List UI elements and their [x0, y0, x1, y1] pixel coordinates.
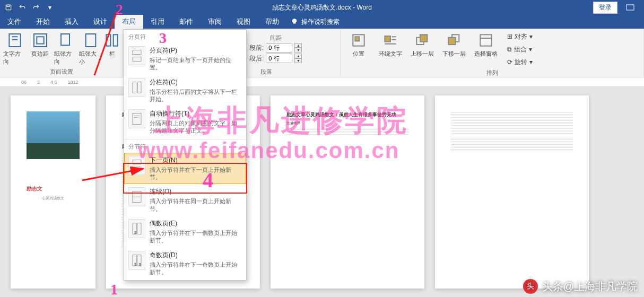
dd-item-page-break[interactable]: 分页符(P)标记一页结束与下一页开始的位置。 [124, 43, 246, 75]
dd-item-text-wrapping[interactable]: 自动换行符(T)分隔网页上的对象周围的文字，如分隔题注文字与正文。 [124, 106, 246, 138]
credit-logo-icon: 头 [523, 279, 538, 294]
svg-rect-8 [106, 34, 110, 46]
spacing-after-input[interactable] [266, 54, 292, 63]
svg-rect-5 [37, 37, 43, 43]
dd-item-column-break[interactable]: 分栏符(C)指示分栏符后面的文字将从下一栏开始。 [124, 75, 246, 107]
breaks-dropdown-menu: 分页符 分页符(P)标记一页结束与下一页开始的位置。 分栏符(C)指示分栏符后面… [124, 29, 247, 281]
annotation-3: 3 [159, 30, 167, 47]
tab-review[interactable]: 审阅 [201, 15, 229, 29]
tell-me-search[interactable]: 操作说明搜索 [291, 15, 340, 29]
tell-me-placeholder: 操作说明搜索 [301, 18, 340, 27]
svg-rect-16 [420, 34, 427, 41]
svg-rect-6 [61, 34, 69, 45]
page1-title: 励志文 [27, 185, 80, 193]
svg-text:2: 2 [134, 231, 136, 234]
svg-rect-24 [133, 113, 141, 125]
text-wrap-break-icon [128, 109, 145, 128]
svg-rect-2 [626, 5, 634, 10]
svg-rect-22 [133, 82, 136, 93]
document-title: 励志文章心灵鸡汤散文.docx - Word [272, 3, 372, 12]
even-page-icon: 2 [128, 219, 145, 238]
svg-rect-25 [133, 160, 141, 164]
columns-button[interactable]: 栏 [105, 31, 119, 58]
annotation-2: 2 [116, 1, 123, 18]
undo-button[interactable] [16, 1, 29, 14]
tab-help[interactable]: 帮助 [258, 15, 286, 29]
group-page-setup: 文字方向 页边距 纸张方向 纸张大小 栏 页面设置 [0, 29, 123, 77]
text-direction-button[interactable]: 文字方向 [3, 31, 27, 66]
page-break-icon [128, 46, 145, 65]
svg-rect-9 [114, 34, 118, 46]
dd-item-odd-page[interactable]: 13 奇数页(D)插入分节符并在下一奇数页上开始新节。 [124, 248, 246, 279]
page-3: 励志文章心灵鸡汤散文：虽然人生有很多事徒劳无功 文|金纸浮 [271, 95, 424, 289]
send-backward-button[interactable]: 下移一层 [439, 31, 469, 58]
tab-design[interactable]: 设计 [86, 15, 115, 29]
group-objects-button[interactable]: ⧉ 组合 ▾ [505, 43, 535, 55]
redo-button[interactable] [30, 1, 42, 14]
group-label-arrange: 排列 [344, 68, 640, 77]
credit-overlay: 头 头条@上海非凡学院 [523, 279, 638, 294]
tab-insert[interactable]: 插入 [57, 15, 86, 29]
svg-rect-19 [480, 34, 491, 46]
tab-references[interactable]: 引用 [143, 15, 172, 29]
continuous-icon [128, 187, 145, 206]
login-button[interactable]: 登录 [593, 2, 617, 14]
tab-view[interactable]: 视图 [229, 15, 258, 29]
page3-heading: 励志文章心灵鸡汤散文：虽然人生有很多事徒劳无功 [286, 111, 408, 119]
tab-home[interactable]: 开始 [29, 15, 57, 29]
ribbon-display-button[interactable] [620, 1, 641, 14]
rotate-button[interactable]: ⟳ 旋转 ▾ [505, 56, 535, 68]
svg-rect-20 [133, 50, 141, 55]
page-image-placeholder [27, 111, 80, 159]
page-1: 励志文 心灵鸡汤散文 [11, 95, 95, 289]
svg-rect-3 [9, 34, 20, 47]
dd-item-next-page[interactable]: 下一页(N)插入分节符并在下一页上开始新节。 [124, 153, 246, 185]
dd-section-page-breaks: 分页符 [124, 31, 246, 43]
svg-rect-18 [448, 38, 455, 45]
annotation-1: 1 [110, 281, 118, 297]
title-bar: ▾ 励志文章心灵鸡汤散文.docx - Word 登录 [0, 0, 644, 15]
margins-button[interactable]: 页边距 [29, 31, 52, 58]
svg-rect-1 [7, 5, 10, 6]
bring-forward-button[interactable]: 上移一层 [407, 31, 437, 58]
column-break-icon [128, 78, 145, 97]
svg-rect-14 [385, 36, 390, 42]
ribbon-tabs: 文件 开始 插入 设计 布局 引用 邮件 审阅 视图 帮助 操作说明搜索 [0, 15, 644, 29]
size-button[interactable]: 纸张大小 [79, 31, 102, 66]
spacing-label: 间距 [249, 34, 302, 42]
quick-access-toolbar: ▾ [0, 1, 56, 14]
svg-rect-7 [86, 34, 96, 47]
dd-section-section-breaks: 分节符 [124, 141, 246, 153]
tab-mailings[interactable]: 邮件 [172, 15, 201, 29]
orientation-button[interactable]: 纸张方向 [54, 31, 77, 66]
dd-item-even-page[interactable]: 2 偶数页(E)插入分节符并在下一偶数页上开始新节。 [124, 216, 246, 248]
svg-rect-29 [137, 223, 141, 234]
align-button[interactable]: ⊞ 对齐 ▾ [505, 31, 535, 42]
spacing-before-input[interactable] [266, 43, 292, 53]
svg-rect-13 [355, 37, 359, 41]
page1-subtitle: 心灵鸡汤散文 [27, 196, 80, 202]
position-button[interactable]: 位置 [344, 31, 373, 58]
page-4 [435, 95, 589, 289]
dd-item-continuous[interactable]: 连续(O)插入分节符并在同一页上开始新节。 [124, 184, 246, 216]
lightbulb-icon [291, 18, 298, 25]
tab-file[interactable]: 文件 [0, 15, 29, 29]
ribbon: 文字方向 页边距 纸张方向 纸张大小 栏 页面设置 分隔符 ▾ 行号 断字 缩进… [0, 29, 644, 77]
svg-text:3: 3 [139, 263, 141, 266]
horizontal-ruler[interactable]: 8624 61012 [0, 77, 644, 87]
page3-author: 文|金纸浮 [286, 121, 300, 125]
annotation-4: 4 [203, 168, 213, 193]
credit-text: 头条@上海非凡学院 [542, 279, 638, 294]
group-arrange: 位置 环绕文字 上移一层 下移一层 选择窗格 ⊞ 对齐 ▾ ⧉ 组合 ▾ ⟳ 旋… [341, 29, 644, 77]
svg-text:1: 1 [134, 263, 136, 266]
group-label-page-setup: 页面设置 [3, 67, 119, 76]
svg-rect-4 [34, 34, 47, 47]
qat-dropdown[interactable]: ▾ [43, 1, 56, 14]
selection-pane-button[interactable]: 选择窗格 [471, 31, 501, 58]
save-button[interactable] [2, 1, 15, 14]
document-area[interactable]: 励志文 心灵鸡汤散文 励志文章心灵鸡汤散文：虽然人生有很多事徒劳无功 励志文章心… [0, 87, 644, 297]
svg-rect-23 [138, 82, 141, 93]
odd-page-icon: 13 [128, 251, 145, 270]
svg-rect-26 [133, 167, 141, 171]
wrap-text-button[interactable]: 环绕文字 [376, 31, 405, 58]
